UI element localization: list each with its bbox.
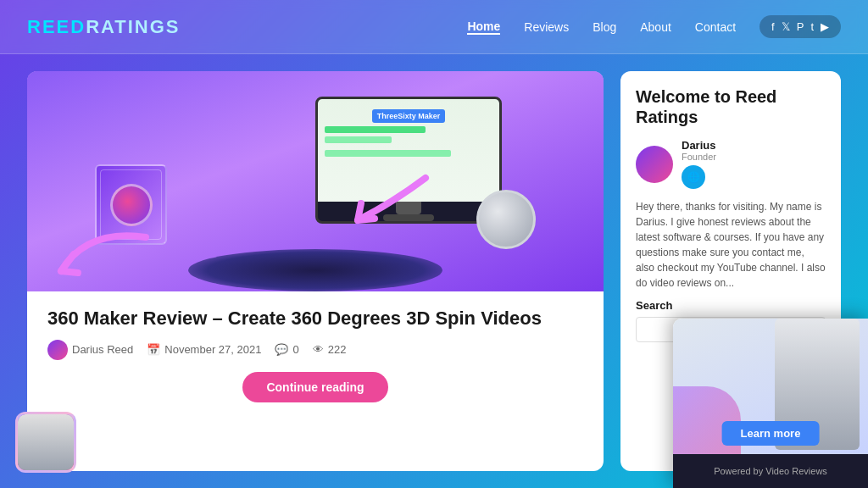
calendar-icon: 📅 <box>147 343 160 356</box>
author-meta: Darius Reed <box>47 340 133 360</box>
nav-home[interactable]: Home <box>467 19 500 35</box>
nav-blog[interactable]: Blog <box>593 20 616 34</box>
views-icon: 👁 <box>313 343 324 356</box>
author-avatar-small <box>47 340 68 360</box>
continue-reading-button[interactable]: Continue reading <box>242 372 387 402</box>
search-label: Search <box>636 299 826 312</box>
arrow-decoration-2 <box>349 169 434 241</box>
twitter-icon[interactable]: 𝕏 <box>782 20 790 33</box>
author-info: Darius Founder 🌐 <box>682 139 716 189</box>
facebook-icon[interactable]: f <box>771 20 775 33</box>
sidebar-body-text: Hey there, thanks for visiting. My name … <box>636 199 826 291</box>
video-popup: Learn more Powered by Video Reviews <box>673 319 868 488</box>
author-role: Founder <box>682 152 716 162</box>
article-card: ThreeSixty Maker <box>27 71 604 471</box>
comment-icon: 💬 <box>275 343 288 356</box>
author-row: Darius Founder 🌐 <box>636 139 826 189</box>
product-label: ThreeSixty Maker <box>372 109 446 123</box>
tumblr-icon[interactable]: t <box>810 20 814 33</box>
site-header: ReedRatings Home Reviews Blog About Cont… <box>0 0 868 54</box>
main-nav: Home Reviews Blog About Contact f 𝕏 P t … <box>467 15 841 38</box>
article-image: ThreeSixty Maker <box>27 71 604 291</box>
youtube-icon[interactable]: ▶ <box>821 20 829 33</box>
author-link-icon[interactable]: 🌐 <box>682 165 705 189</box>
site-logo[interactable]: ReedRatings <box>27 16 181 38</box>
pinterest-icon[interactable]: P <box>797 20 804 33</box>
nav-about[interactable]: About <box>640 20 671 34</box>
nav-reviews[interactable]: Reviews <box>524 20 569 34</box>
learn-more-button[interactable]: Learn more <box>722 421 820 446</box>
bottom-avatar-popup[interactable] <box>15 412 76 473</box>
author-name-sidebar: Darius <box>682 139 716 152</box>
article-date: November 27, 2021 <box>164 343 261 356</box>
comments-meta: 💬 0 <box>275 343 298 356</box>
article-title: 360 Maker Review – Create 360 Degrees 3D… <box>47 307 583 331</box>
date-meta: 📅 November 27, 2021 <box>147 343 261 356</box>
views-count: 222 <box>328 343 347 356</box>
social-icons-bar: f 𝕏 P t ▶ <box>760 15 841 38</box>
bottom-avatar-image <box>18 414 74 470</box>
welcome-title: Welcome to Reed Ratings <box>636 86 826 127</box>
video-powered-by: Powered by Video Reviews <box>714 466 827 476</box>
comments-count: 0 <box>292 343 298 356</box>
author-name: Darius Reed <box>72 343 133 356</box>
article-body: 360 Maker Review – Create 360 Degrees 3D… <box>27 291 604 413</box>
display-platform <box>188 249 442 291</box>
logo-part1: Reed <box>27 16 86 37</box>
logo-part2: Ratings <box>86 16 180 37</box>
video-content: Learn more <box>673 319 868 454</box>
article-meta: Darius Reed 📅 November 27, 2021 💬 0 👁 22… <box>47 340 583 360</box>
video-footer: Powered by Video Reviews <box>673 454 868 488</box>
views-meta: 👁 222 <box>313 343 347 356</box>
author-avatar <box>636 146 673 183</box>
nav-contact[interactable]: Contact <box>695 20 736 34</box>
arrow-decoration <box>53 212 154 283</box>
camera-ball <box>476 190 536 249</box>
